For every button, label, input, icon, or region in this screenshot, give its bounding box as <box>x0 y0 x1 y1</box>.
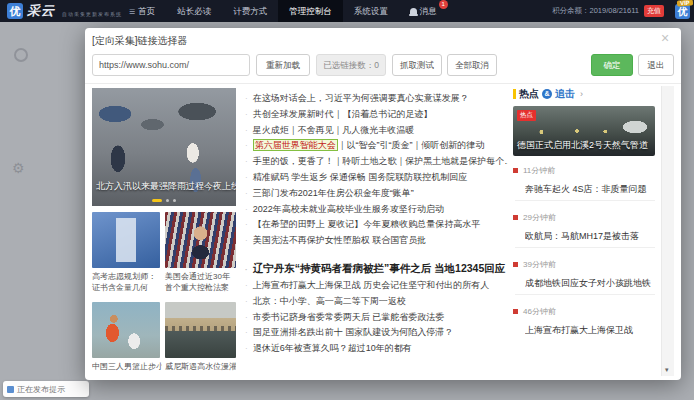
headline-link[interactable]: ·辽宁丹东“持黄码者看病被拦”事件之后 当地12345回应 <box>245 262 508 279</box>
news-title[interactable]: 上海宣布打赢大上海保卫战 <box>525 324 655 337</box>
chevron-right-icon[interactable]: › <box>580 89 583 99</box>
toast-label: 正在发布提示 <box>17 384 65 395</box>
sidebar-top-story[interactable]: 热点 德国正式启用北溪2号天然气管道 <box>513 106 655 156</box>
selected-link-highlight[interactable]: 第六届世界智能大会 <box>253 139 338 151</box>
cancel-all-button[interactable]: 全部取消 <box>447 54 497 76</box>
red-square-bullet-icon <box>513 168 518 173</box>
bullet-icon: · <box>245 344 248 353</box>
headline-text: 在这场对话会上，习近平为何强调要真心实意谋发展？ <box>253 93 469 103</box>
headline-text: 上海宣布打赢大上海保卫战 历史会记住坚守和付出的所有人 <box>253 280 490 290</box>
nav-item-计费方式[interactable]: 计费方式 <box>222 0 278 22</box>
headline-link[interactable]: ·2022年高校未就业高校毕业生服务攻坚行动启动 <box>245 203 508 219</box>
headline-text: ｜以“智会”引“质金”｜倾听创新的律动 <box>338 140 485 150</box>
nav-item-首页[interactable]: ☰首页 <box>118 0 166 22</box>
red-square-bullet-icon <box>513 262 518 267</box>
carousel-dots[interactable] <box>92 199 236 202</box>
brand-logo-icon[interactable]: 优 <box>7 3 23 19</box>
sidebar-news-item[interactable]: 11分钟前奔驰车起火 4S店：非质量问题 <box>513 162 655 209</box>
reload-button[interactable]: 重新加载 <box>256 54 310 76</box>
photo-caption[interactable]: 中国三人男篮止步小组赛 <box>92 361 162 372</box>
headline-link[interactable]: ·精准赋码 学生返乡 保通保畅 国务院联防联控机制回应 <box>245 171 508 187</box>
news-timestamp: 46分钟前 <box>523 306 556 317</box>
headline-link[interactable]: ·北京：中小学、高一高二等下周一返校 <box>245 295 508 311</box>
news-time-row: 29分钟前 <box>513 209 655 223</box>
bullet-icon: · <box>245 173 248 182</box>
headline-text: 北京：中小学、高一高二等下周一返校 <box>253 296 406 306</box>
nav-item-label: 站长必读 <box>177 6 211 16</box>
ampersand-icon: & <box>542 89 552 99</box>
nav-menu: ☰首页站长必读计费方式管理控制台系统设置消息1 <box>118 0 448 22</box>
sidebar-news-item[interactable]: 39分钟前成都地铁回应女子对小孩跳地铁 <box>513 256 655 303</box>
headline-link[interactable]: ·三部门发布2021年住房公积金年度“账单” <box>245 187 508 203</box>
nav-item-label: 系统设置 <box>354 6 388 16</box>
photo-caption[interactable]: 威尼斯遇高水位漫灌 圣 <box>165 361 236 372</box>
headline-link[interactable]: ·在这场对话会上，习近平为何强调要真心实意谋发展？ <box>245 92 508 108</box>
status-toast: 正在发布提示 <box>3 381 89 397</box>
carousel-dot[interactable] <box>173 199 176 202</box>
scrollbar[interactable]: ▾ <box>661 86 674 376</box>
close-icon[interactable]: × <box>661 30 669 46</box>
bullet-icon: · <box>245 236 248 245</box>
news-photo-venice[interactable] <box>165 302 236 358</box>
recharge-button[interactable]: 充值 <box>644 5 664 17</box>
nav-item-管理控制台[interactable]: 管理控制台 <box>278 0 343 22</box>
nav-item-label: 计费方式 <box>233 6 267 16</box>
headline-text: 共创全球发展新时代｜【沿着总书记的足迹】 <box>253 109 433 119</box>
scroll-down-arrow-icon[interactable]: ▾ <box>665 366 669 374</box>
headline-link[interactable]: ·美国宪法不再保护女性堕胎权 联合国官员批 <box>245 234 508 250</box>
photo-caption[interactable]: 美国会通过近30年首个重大控枪法案 <box>165 271 236 293</box>
scrape-test-button[interactable]: 抓取测试 <box>392 54 442 76</box>
news-title[interactable]: 成都地铁回应女子对小孩跳地铁 <box>525 277 655 290</box>
sidebar-news-list: 11分钟前奔驰车起火 4S店：非质量问题29分钟前欧航局：马航MH17是被击落3… <box>513 162 655 350</box>
hot-sidebar: 热点 & 追击 › 热点 德国正式启用北溪2号天然气管道 11分钟前奔驰车起火 … <box>513 88 655 350</box>
headline-link[interactable]: ·手里的饭，更香了！｜聆听土地之歌｜保护黑土地就是保护每个… <box>245 155 508 171</box>
bullet-icon: · <box>245 297 248 306</box>
nav-item-label: 消息 <box>420 6 437 16</box>
sidebar-news-item[interactable]: 29分钟前欧航局：马航MH17是被击落 <box>513 209 655 256</box>
news-title[interactable]: 奔驰车起火 4S店：非质量问题 <box>525 183 655 196</box>
selected-count-field: 已选链接数：0 <box>316 54 386 76</box>
bullet-icon: · <box>245 220 248 229</box>
headline-text: 星火成炬｜不舍再见｜凡人微光丰收温暖 <box>253 125 415 135</box>
news-time-row: 46分钟前 <box>513 303 655 317</box>
news-photo-biden[interactable] <box>165 212 236 268</box>
headline-link[interactable]: ·共创全球发展新时代｜【沿着总书记的足迹】 <box>245 108 508 124</box>
news-timestamp: 11分钟前 <box>523 165 555 176</box>
carousel-image[interactable]: 北方入汛以来最强降雨过程今夜上线 <box>92 88 236 206</box>
nav-right-cluster: 积分余额：2019/08/21611 充值 <box>552 0 664 22</box>
carousel-dot[interactable] <box>166 199 169 202</box>
photo-caption[interactable]: 高考志愿规划师：证书含金量几何 <box>92 271 160 293</box>
top-story-caption: 德国正式启用北溪2号天然气管道 <box>517 139 648 152</box>
headline-link[interactable]: ·上海宣布打赢大上海保卫战 历史会记住坚守和付出的所有人 <box>245 279 508 295</box>
news-title[interactable]: 欧航局：马航MH17是被击落 <box>525 230 655 243</box>
headline-link[interactable]: ·第六届世界智能大会｜以“智会”引“质金”｜倾听创新的律动 <box>245 139 508 155</box>
headline-link[interactable]: ·星火成炬｜不舍再见｜凡人微光丰收温暖 <box>245 124 508 140</box>
carousel-dot-active[interactable] <box>152 199 162 202</box>
news-photo-basketball[interactable] <box>92 302 160 358</box>
headline-link[interactable]: ·【在希望的田野上 夏收记】今年夏粮收购总量保持高水平 <box>245 218 508 234</box>
red-square-bullet-icon <box>513 215 518 220</box>
exit-button[interactable]: 退出 <box>638 54 674 76</box>
confirm-button[interactable]: 确定 <box>591 54 633 76</box>
sidebar-title-2: 追击 <box>555 87 575 101</box>
balance-text: 积分余额：2019/08/21611 <box>552 6 639 16</box>
bullet-icon: · <box>245 157 248 166</box>
nav-item-站长必读[interactable]: 站长必读 <box>166 0 222 22</box>
nav-item-label: 管理控制台 <box>289 6 332 16</box>
news-photo-plaque[interactable] <box>92 212 160 268</box>
nav-item-消息[interactable]: 消息1 <box>399 0 448 22</box>
url-input[interactable] <box>92 54 250 76</box>
bullet-icon: · <box>245 126 248 135</box>
top-navbar: 优 采云 自动采集更新发布系统 ☰首页站长必读计费方式管理控制台系统设置消息1 … <box>0 0 694 22</box>
nav-item-系统设置[interactable]: 系统设置 <box>343 0 399 22</box>
bullet-icon: · <box>245 281 248 290</box>
vip-badge: VIP <box>677 0 693 7</box>
headline-link[interactable]: ·市委书记跻身省委常委两天后 已掌舵省委政法委 <box>245 311 508 327</box>
bullet-icon: · <box>245 265 248 274</box>
headline-text: 美国宪法不再保护女性堕胎权 联合国官员批 <box>253 235 427 245</box>
sidebar-news-item[interactable]: 46分钟前上海宣布打赢大上海保卫战 <box>513 303 655 350</box>
headline-link[interactable]: ·国足亚洲排名跌出前十 国家队建设为何陷入停滞？ <box>245 326 508 342</box>
headline-link[interactable]: ·退休近6年被查算久吗？超过10年的都有 <box>245 342 508 358</box>
headline-text: 手里的饭，更香了！｜聆听土地之歌｜保护黑土地就是保护每个… <box>253 156 508 166</box>
bullet-icon: · <box>245 110 248 119</box>
